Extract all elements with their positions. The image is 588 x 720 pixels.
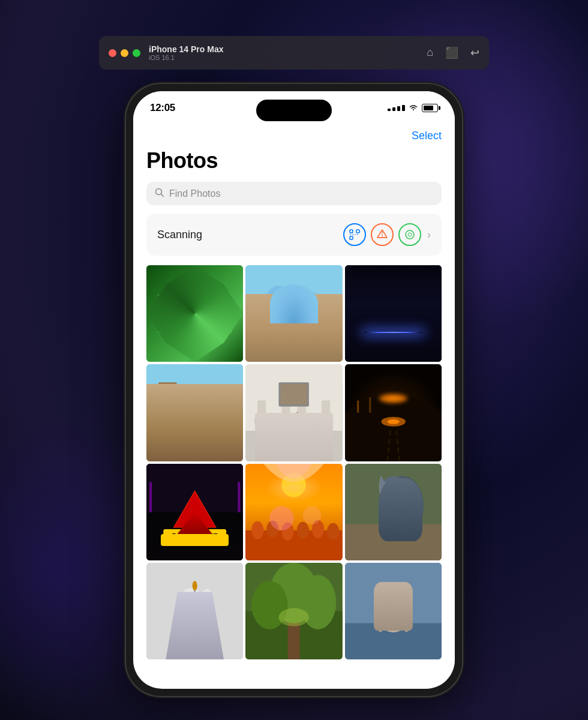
home-icon[interactable]: ⌂	[427, 46, 433, 59]
svg-rect-4	[350, 236, 353, 239]
close-button[interactable]	[109, 49, 116, 57]
svg-rect-30	[146, 395, 243, 461]
page-title: Photos	[146, 148, 442, 173]
svg-rect-38	[245, 431, 342, 461]
photo-4-ancient-temple[interactable]	[146, 364, 243, 461]
signal-icon	[388, 105, 405, 111]
status-time: 12:05	[150, 102, 175, 114]
svg-point-69	[297, 521, 309, 538]
search-icon	[155, 188, 164, 199]
titlebar: iPhone 14 Pro Max iOS 16.1 ⌂ ⬛ ↩	[99, 36, 489, 70]
svg-marker-14	[167, 280, 222, 345]
traffic-lights	[109, 49, 140, 57]
battery-icon	[422, 104, 438, 112]
svg-point-79	[391, 490, 392, 491]
svg-rect-37	[245, 364, 342, 461]
svg-point-49	[387, 419, 399, 424]
rotate-icon[interactable]: ↩	[470, 46, 479, 59]
svg-rect-41	[298, 401, 306, 461]
svg-point-96	[388, 600, 390, 602]
svg-rect-32	[158, 383, 176, 455]
svg-rect-61	[149, 482, 152, 512]
chevron-right-icon: ›	[427, 229, 431, 241]
svg-rect-34	[161, 407, 166, 412]
photo-12-eagle[interactable]	[345, 563, 442, 659]
svg-marker-15	[176, 289, 212, 335]
svg-rect-31	[152, 389, 182, 461]
search-bar[interactable]: Find Photos	[146, 182, 442, 205]
svg-marker-13	[158, 271, 231, 356]
photo-7-neon-concert[interactable]: BOOM SHAKE	[146, 464, 243, 560]
svg-rect-52	[357, 401, 359, 413]
select-button[interactable]: Select	[412, 130, 442, 142]
svg-rect-43	[254, 419, 333, 424]
device-name: iPhone 14 Pro Max	[149, 44, 427, 54]
svg-point-22	[298, 291, 320, 317]
svg-point-72	[270, 506, 294, 530]
svg-rect-81	[146, 563, 243, 659]
svg-rect-3	[356, 230, 359, 233]
dynamic-island	[256, 100, 332, 121]
scanning-label: Scanning	[157, 229, 343, 241]
svg-marker-46	[297, 412, 302, 421]
phone-content: Select Photos Find Photos Scanning	[133, 125, 455, 689]
svg-rect-29	[146, 364, 243, 394]
maximize-button[interactable]	[133, 49, 140, 57]
status-bar: 12:05	[133, 91, 455, 125]
svg-rect-75	[345, 524, 442, 560]
svg-point-78	[389, 488, 394, 493]
svg-rect-60	[146, 542, 243, 560]
svg-rect-24	[345, 265, 442, 362]
titlebar-actions: ⌂ ⬛ ↩	[427, 46, 479, 59]
scan-icon-blue	[343, 223, 366, 246]
scanning-card[interactable]: Scanning	[146, 214, 442, 256]
photo-8-festival-crowd[interactable]	[245, 464, 342, 560]
svg-rect-45	[281, 385, 307, 405]
svg-line-9	[377, 230, 382, 238]
phone-screen: 12:05	[133, 91, 455, 689]
svg-rect-35	[161, 416, 166, 422]
photo-9-horse[interactable]	[345, 464, 442, 560]
svg-point-94	[381, 589, 405, 615]
svg-point-90	[279, 608, 309, 626]
svg-point-66	[251, 521, 263, 539]
svg-rect-2	[350, 230, 353, 233]
svg-rect-19	[245, 265, 342, 301]
scan-icon-green	[398, 223, 421, 246]
screenshot-icon[interactable]: ⬛	[445, 46, 458, 59]
photo-11-forest[interactable]	[245, 563, 342, 659]
svg-point-95	[387, 599, 392, 604]
scan-icon-orange	[371, 223, 394, 246]
svg-line-1	[161, 194, 164, 197]
device-info: iPhone 14 Pro Max iOS 16.1	[149, 44, 427, 61]
svg-point-71	[327, 523, 339, 539]
svg-rect-12	[146, 265, 243, 362]
svg-point-10	[406, 230, 414, 239]
wifi-icon	[409, 103, 418, 113]
svg-rect-40	[282, 401, 290, 461]
photo-10-white-flower[interactable]	[146, 563, 243, 659]
photo-3-bridge-night[interactable]	[345, 265, 442, 362]
minimize-button[interactable]	[121, 49, 128, 57]
status-right-icons	[388, 103, 438, 113]
photo-6-dark-tunnel[interactable]	[345, 364, 442, 461]
svg-line-17	[158, 295, 231, 331]
svg-point-64	[282, 473, 306, 497]
photo-1-green-geometric[interactable]	[146, 265, 243, 362]
select-row: Select	[146, 125, 442, 145]
svg-rect-62	[238, 482, 240, 512]
photo-grid: BOOM SHAKE	[146, 265, 442, 659]
photo-2-mosque[interactable]	[245, 265, 342, 362]
svg-text:BOOM SHAKE: BOOM SHAKE	[172, 532, 218, 539]
svg-rect-36	[167, 398, 171, 404]
scanning-icons	[343, 223, 421, 246]
svg-point-93	[375, 590, 411, 632]
phone-frame: 12:05	[126, 84, 462, 696]
svg-point-73	[303, 506, 321, 524]
svg-rect-53	[369, 398, 371, 413]
photo-5-museum[interactable]	[245, 364, 342, 461]
svg-rect-33	[161, 395, 166, 402]
svg-point-21	[266, 286, 292, 317]
svg-point-76	[381, 476, 424, 536]
svg-rect-20	[245, 301, 342, 362]
